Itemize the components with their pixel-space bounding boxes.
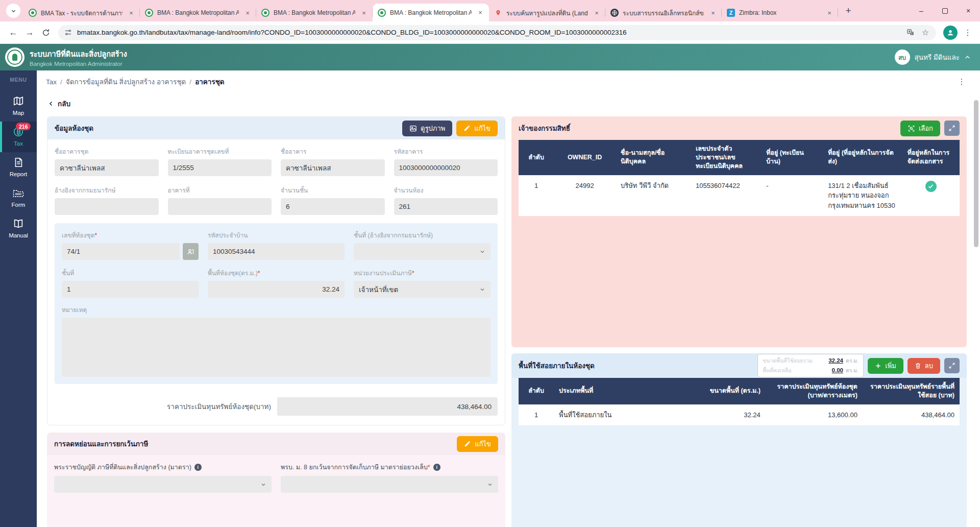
chevron-down-icon [487,482,493,488]
condo-name-input: คาซาลีน่าเพลส [55,159,159,176]
minimize-button[interactable]: – [910,0,933,21]
delete-usage-area-button[interactable]: ลบ [908,358,940,374]
browser-tab[interactable]: BMA : Bangkok Metropolitan Ad × [256,4,373,21]
browser-tab[interactable]: ระบบค้นหารูปแปลงที่ดิน (LandsMap × [489,4,605,21]
sidebar-item-report[interactable]: Report [0,152,37,183]
sidebar-item-form[interactable]: DOC Form [0,183,37,213]
exempt-select[interactable] [281,476,498,493]
primary-mailing-check-icon[interactable] [925,181,937,192]
column-header: ราคาประเมินทุนทรัพย์รายพื้นที่ใช้สอย (บา… [863,378,960,404]
field-label: พระราชบัญญัติ ภาษีที่ดินและสิ่งปลูกสร้าง… [54,462,191,472]
owner-id: 24992 [554,175,616,217]
reload-button[interactable] [38,25,54,41]
sidebar-item-map[interactable]: Map [0,91,37,122]
breadcrumb-item[interactable]: จัดการข้อมูลที่ดิน สิ่งปลูกสร้าง อาคารชุ… [66,76,186,87]
owner-address-mailing: 131/1 2 เชื่อมสัมพันธ์ กระทุ่มราย หนองจอ… [823,175,902,217]
owner-name: บริษัท วีพีวี จำกัด [616,175,691,217]
field-label: ชื่ออาคารชุด [55,147,159,156]
bookmark-star-icon[interactable]: ☆ [918,25,933,40]
info-icon[interactable]: i [433,464,440,471]
price-input: 438,464.00 [277,397,498,416]
browser-profile-avatar[interactable] [943,26,958,40]
browser-tab[interactable]: ระบบสารบรรณอิเล็กทรอนิกส์ของกรุ × [605,4,722,21]
floor-treasury-select[interactable] [354,243,491,260]
room-no-input: 74/1 [62,243,180,260]
browser-tab-active[interactable]: BMA : Bangkok Metropolitan Ad × [373,4,489,21]
browser-tab[interactable]: BMA Tax - ระบบจัดการด้านภาษีท้อ × [23,4,140,21]
treasury-ref-input [55,198,159,215]
price-label: ราคาประเมินทุนทรัพย์ห้องชุด(บาท) [167,401,271,412]
url-text: bmatax.bangkok.go.th/landbutax/tax/manag… [77,29,902,36]
breadcrumb: Tax / จัดการข้อมูลที่ดิน สิ่งปลูกสร้าง อ… [37,70,980,93]
browser-navbar: ← → bmatax.bangkok.go.th/landbutax/tax/m… [0,21,980,44]
view-image-button[interactable]: ดูรูปภาพ [402,121,452,136]
browser-menu-button[interactable]: ⋮ [961,26,975,40]
back-button[interactable]: ← [5,25,21,41]
usage-type: พื้นที่ใช้สอยภายใน [554,404,669,426]
new-tab-button[interactable]: + [841,4,855,18]
tab-title: ระบบสารบรรณอิเล็กทรอนิกส์ของกรุ [623,8,704,18]
act-select[interactable] [54,476,272,493]
site-info-icon[interactable] [64,29,72,36]
sidebar-item-tax[interactable]: 216 Tax [0,122,37,152]
usage-price-per-sqm: 13,600.00 [766,404,863,426]
chevron-down-icon [260,482,266,488]
building-code-input: 1003000000000020 [394,159,498,176]
tab-close-icon[interactable]: × [127,8,136,17]
column-header: เลขประจำตัวประชาชน/เลขทะเบียนนิติบุคคล [691,140,761,175]
edit-deduction-button[interactable]: แก้ไข [457,436,498,452]
user-menu[interactable]: สบ สุนทรี มีดินและ [895,50,971,65]
tab-search-button[interactable] [6,4,20,18]
field-label: อ้างอิงจากกรมธนารักษ์ [55,185,159,195]
sidebar-item-manual[interactable]: Manual [0,213,37,244]
column-header: ราคาประเมินทุนทรัพย์ห้องชุด (บาท/ตารางเม… [766,378,863,404]
assess-unit-select[interactable]: เจ้าหน้าที่เขต [354,281,491,298]
room-info-card: ข้อมูลห้องชุด ดูรูปภาพ แก้ไข [47,116,505,425]
info-icon[interactable]: i [194,464,202,471]
tab-close-icon[interactable]: × [825,8,834,17]
translate-icon[interactable] [902,25,918,40]
room-area-input: 32.24 [208,281,345,298]
close-window-button[interactable]: × [957,0,980,21]
column-header: ลำดับ [519,378,554,404]
breadcrumb-item[interactable]: Tax [46,78,57,86]
usage-summary-box: ขนาดพื้นที่ใช้สอยรวม 32.24 ตร.ม. พื้นที่… [757,354,864,377]
building-name-input: คาซาลีน่าเพลส [281,159,385,176]
tab-close-icon[interactable]: × [592,8,601,17]
tab-close-icon[interactable]: × [476,8,485,17]
usage-area-title: พื้นที่ใช้สอยภายในห้องชุด [519,360,595,371]
field-label: หมายเหตุ [62,305,491,315]
tab-close-icon[interactable]: × [243,8,252,17]
back-link[interactable]: กลับ [48,98,70,109]
browser-tab-strip: BMA Tax - ระบบจัดการด้านภาษีท้อ × BMA : … [0,0,980,21]
maximize-button[interactable] [933,0,957,21]
browser-tab[interactable]: BMA : Bangkok Metropolitan Ad × [140,4,256,21]
owner-lookup-button[interactable] [183,243,199,260]
field-label: พรบ. ม. 8 ยกเว้นจากการจัดเก็บภาษี มาตราย… [281,462,430,472]
usage-seq: 1 [519,404,554,426]
trash-icon [915,362,921,369]
tab-close-icon[interactable]: × [708,8,718,17]
column-header: OWNER_ID [554,140,616,175]
usage-total-price: 438,464.00 [863,404,960,426]
report-document-icon [13,157,24,168]
globe-favicon [610,9,619,17]
field-label: ทะเบียนอาคารชุดเลขที่ [168,147,272,156]
user-avatar: สบ [895,50,910,65]
add-usage-area-button[interactable]: เพิ่ม [868,358,903,374]
tab-title: ระบบค้นหารูปแปลงที่ดิน (LandsMap [506,8,588,18]
page-menu-button[interactable]: ⋮ [954,75,969,89]
tab-close-icon[interactable]: × [359,8,369,17]
edit-room-button[interactable]: แก้ไข [456,121,498,136]
address-bar[interactable]: bmatax.bangkok.go.th/landbutax/tax/manag… [58,25,936,40]
expand-owners-button[interactable] [944,121,960,136]
sidebar-item-label: Form [12,202,26,208]
browser-tab[interactable]: Z Zimbra: Inbox × [722,4,838,21]
owners-card: เจ้าของกรรมสิทธิ์ เลือก [511,116,967,347]
zimbra-favicon: Z [727,9,735,17]
page-scrollbar-thumb[interactable] [974,100,978,247]
select-owner-button[interactable]: เลือก [900,121,940,136]
expand-usage-button[interactable] [944,358,960,373]
forward-button[interactable]: → [21,25,38,41]
app-subtitle: Bangkok Metropolitan Administrator [30,61,127,67]
